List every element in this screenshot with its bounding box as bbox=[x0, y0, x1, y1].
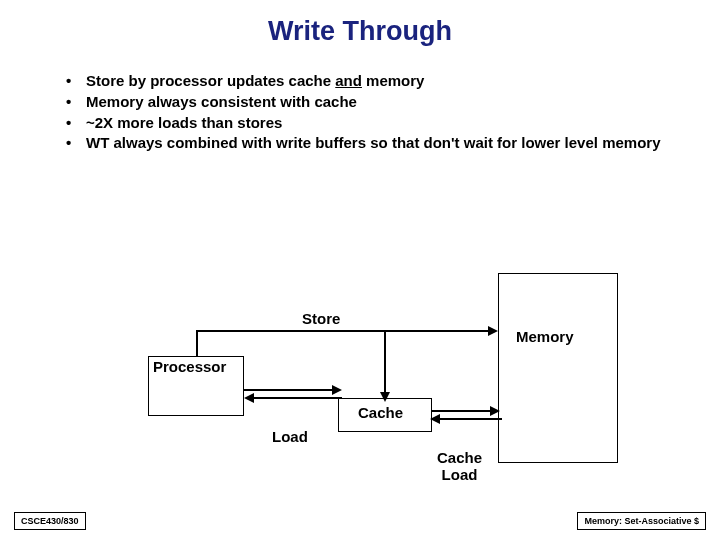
load-in-head bbox=[244, 393, 254, 403]
cacheload-in-head bbox=[430, 414, 440, 424]
load-label: Load bbox=[272, 428, 308, 445]
cacheload-out-head bbox=[490, 406, 500, 416]
footer-left: CSCE430/830 bbox=[14, 512, 86, 530]
bullet-list: • Store by processor updates cache and m… bbox=[66, 72, 676, 155]
load-out-head bbox=[332, 385, 342, 395]
footer-right: Memory: Set-Associative $ bbox=[577, 512, 706, 530]
cache-label: Cache bbox=[358, 404, 403, 421]
cacheload-out-line bbox=[432, 410, 494, 412]
slide-title: Write Through bbox=[0, 0, 720, 47]
cacheload-in-line bbox=[438, 418, 502, 420]
list-item: • Store by processor updates cache and m… bbox=[66, 72, 676, 91]
list-item: • Memory always consistent with cache bbox=[66, 93, 676, 112]
store-label: Store bbox=[302, 310, 340, 327]
cache-load-label: Cache Load bbox=[437, 449, 482, 483]
store-arrow-head bbox=[488, 326, 498, 336]
store-to-cache-line bbox=[384, 330, 386, 398]
memory-box bbox=[498, 273, 618, 463]
store-to-cache-head bbox=[380, 392, 390, 402]
store-arrow-line bbox=[196, 330, 492, 332]
list-item: • WT always combined with write buffers … bbox=[66, 134, 676, 153]
store-arrow-stub bbox=[196, 330, 198, 356]
list-item: • ~2X more loads than stores bbox=[66, 114, 676, 133]
load-out-line bbox=[244, 389, 338, 391]
load-in-line bbox=[252, 397, 342, 399]
memory-label: Memory bbox=[516, 328, 574, 345]
processor-label: Processor bbox=[153, 358, 226, 375]
